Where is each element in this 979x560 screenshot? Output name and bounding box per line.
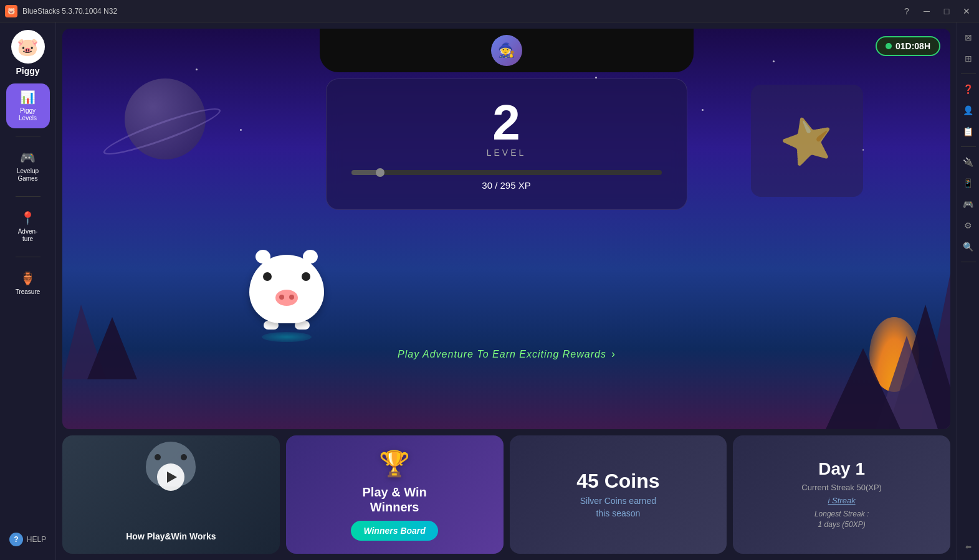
space-background: 🧙 01D:08H 2 LEVEL 30 / 295 XP (62, 29, 950, 429)
close-button[interactable]: ✕ (959, 4, 974, 19)
treasure-icon: 🏺 (20, 271, 36, 286)
treasure-label: Treasure (16, 288, 41, 296)
sidebar-divider-1 (16, 136, 41, 136)
right-divider-2 (961, 146, 976, 147)
help-label: HELP (27, 535, 46, 544)
sidebar-divider-2 (16, 196, 41, 197)
right-divider-1 (961, 74, 976, 74)
card-how-pig-eye-left (155, 454, 161, 460)
maximize-button[interactable]: □ (939, 4, 954, 19)
trophy-icon: 🏆 (379, 449, 410, 478)
right-collapse-icon[interactable]: ⬅ (963, 540, 974, 554)
right-grid-icon[interactable]: ⊞ (960, 50, 977, 67)
coins-label: Silver Coins earnedthis season (580, 495, 656, 520)
help-button[interactable]: ? (899, 4, 914, 19)
level-card: 2 LEVEL 30 / 295 XP (326, 78, 687, 210)
play-triangle-icon (167, 472, 177, 483)
piggy-nostril-right (289, 295, 294, 300)
piggy-ear-left (255, 250, 270, 263)
piggy-shadow (262, 332, 312, 342)
minimize-button[interactable]: ─ (919, 4, 934, 19)
help-circle-icon: ? (9, 533, 23, 546)
piggy-mascot (243, 255, 330, 342)
right-settings-icon[interactable]: ⚙ (960, 217, 977, 234)
content-area: 🧙 01D:08H 2 LEVEL 30 / 295 XP (56, 22, 957, 560)
right-gamepad-icon[interactable]: 🎮 (960, 196, 977, 213)
game-panel: 🧙 01D:08H 2 LEVEL 30 / 295 XP (62, 29, 950, 429)
coins-count: 45 Coins (576, 470, 659, 493)
timer-badge: 01D:08H (876, 36, 940, 56)
sidebar-item-piggy-levels[interactable]: 📊 PiggyLevels (6, 83, 50, 128)
star-1 (196, 69, 198, 70)
sidebar-logo-label: Piggy (16, 66, 39, 76)
adventure-arrow-icon: › (611, 348, 615, 361)
piggy-eye-right (302, 272, 310, 281)
play-win-title: Play & WinWinners (363, 485, 427, 515)
card-how-pig-eye-right (181, 454, 187, 460)
adventure-label: Adven-ture (18, 228, 38, 243)
streak-longest: Longest Streak :1 days (50XP) (814, 509, 869, 530)
timer-text: 01D:08H (895, 41, 930, 51)
sidebar-logo: 🐷 (11, 30, 45, 64)
streak-current: Current Streak 50(XP) (801, 483, 882, 492)
card-coins: 45 Coins Silver Coins earnedthis season (510, 435, 727, 554)
main-layout: 🐷 Piggy 📊 PiggyLevels 🎮 LevelupGames 📍 A… (0, 22, 979, 560)
levelup-games-icon: 🎮 (20, 150, 36, 165)
adventure-icon: 📍 (20, 211, 36, 225)
piggy-ear-right (303, 250, 318, 263)
reward-card: ⭐ (751, 85, 863, 197)
window-controls: ? ─ □ ✕ (899, 4, 974, 19)
timer-dot (886, 43, 892, 49)
level-number: 2 (492, 98, 520, 148)
top-banner: 🧙 (320, 29, 694, 72)
star-4 (773, 60, 775, 62)
rocks-right (763, 211, 950, 429)
streak-link[interactable]: i Streak (828, 496, 856, 505)
card-play-win: 🏆 Play & WinWinners Winners Board (286, 435, 504, 554)
sidebar-nav: 📊 PiggyLevels 🎮 LevelupGames 📍 Adven-tur… (0, 83, 55, 302)
left-sidebar: 🐷 Piggy 📊 PiggyLevels 🎮 LevelupGames 📍 A… (0, 22, 56, 560)
avatar: 🧙 (491, 35, 522, 66)
xp-bar-container (351, 170, 662, 175)
sidebar-bottom: ? HELP (9, 533, 46, 553)
piggy-levels-icon: 📊 (20, 90, 36, 105)
sidebar-item-adventure[interactable]: 📍 Adven-ture (6, 204, 50, 249)
sidebar-item-treasure[interactable]: 🏺 Treasure (6, 265, 50, 302)
sidebar-divider-3 (16, 257, 41, 257)
star-6 (702, 109, 704, 111)
cards-row: How Play&Win Works 🏆 Play & WinWinners W… (56, 429, 957, 560)
right-phone-icon[interactable]: 📱 (960, 174, 977, 192)
adventure-cta[interactable]: Play Adventure To Earn Exciting Rewards … (398, 348, 615, 361)
card-how-it-works: How Play&Win Works (62, 435, 280, 554)
help-btn[interactable]: ? HELP (9, 533, 46, 546)
adventure-cta-text: Play Adventure To Earn Exciting Rewards (398, 349, 606, 360)
star-5 (240, 129, 242, 131)
how-it-works-label: How Play&Win Works (126, 531, 216, 541)
piggy-eye-left (263, 272, 272, 281)
piggy-body (249, 255, 324, 323)
title-bar: 🐷 BlueStacks 5.3.70.1004 N32 ? ─ □ ✕ (0, 0, 979, 22)
app-title: BlueStacks 5.3.70.1004 N32 (22, 7, 899, 16)
piggy-levels-label: PiggyLevels (19, 107, 37, 122)
right-user-icon[interactable]: 👤 (960, 102, 977, 119)
right-help-icon[interactable]: ❓ (960, 80, 977, 98)
right-home-icon[interactable]: ⊠ (960, 29, 977, 46)
level-label: LEVEL (487, 148, 527, 158)
streak-day: Day 1 (818, 459, 865, 479)
right-divider-3 (961, 262, 976, 262)
winners-board-button[interactable]: Winners Board (351, 521, 437, 541)
right-sidebar: ⊠ ⊞ ❓ 👤 📋 🔌 📱 🎮 ⚙ 🔍 ⬅ (957, 22, 979, 560)
rocks-left (62, 255, 187, 379)
play-button[interactable] (157, 463, 184, 491)
right-plug-icon[interactable]: 🔌 (960, 153, 977, 171)
piggy-nose (275, 290, 298, 306)
card-streak: Day 1 Current Streak 50(XP) i Streak Lon… (733, 435, 950, 554)
levelup-games-label: LevelupGames (17, 168, 39, 183)
xp-text: 30 / 295 XP (482, 180, 530, 191)
piggy-nostril-left (279, 295, 284, 300)
xp-bar-dot (376, 168, 384, 177)
sidebar-item-levelup-games[interactable]: 🎮 LevelupGames (6, 144, 50, 189)
app-logo: 🐷 (5, 5, 17, 17)
right-search-icon[interactable]: 🔍 (960, 238, 977, 255)
right-folder-icon[interactable]: 📋 (960, 123, 977, 140)
